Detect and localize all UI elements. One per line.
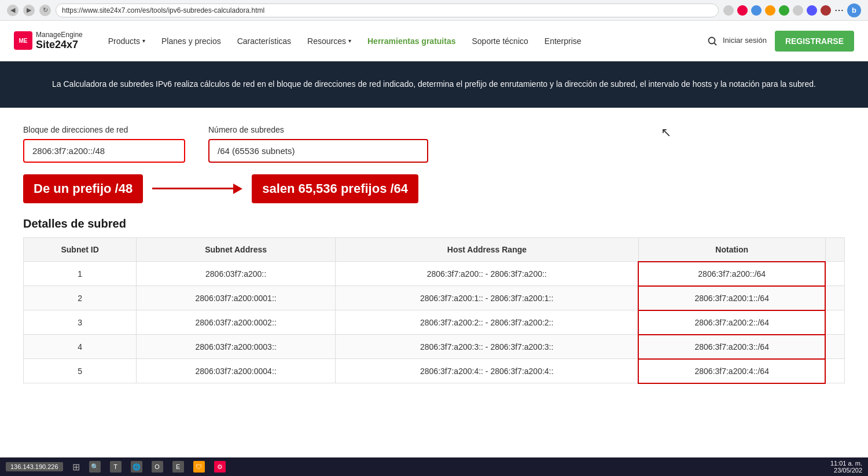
cell-range: 2806:3f7:a200:1:: - 2806:3f7:a200:1:: [335,286,638,310]
cell-notation: 2806:3f7:a200::/64 [638,262,825,286]
ext-icon-1 [723,5,734,16]
table-row: 32806:03f7:a200:0002::2806:3f7:a200:2:: … [24,310,845,335]
cell-notation: 2806:3f7:a200:1::/64 [638,286,825,310]
back-button[interactable]: ◀ [7,5,19,16]
cell-subnet: 2806:03f7:a200:0001:: [137,286,336,310]
cell-notation: 2806:3f7:a200:4::/64 [638,359,825,383]
ext-icon-8 [821,5,831,16]
table-header-row: Subnet ID Subnet Address Host Address Ra… [24,237,845,262]
form-row: Bloque de direcciones de red Número de s… [23,125,845,163]
table-body: 12806:03f7:a200::2806:3f7:a200:: - 2806:… [24,262,845,383]
logo-link[interactable]: ME ManageEngine Site24x7 [14,31,83,52]
col-notation: Notation [638,237,825,262]
table-row: 12806:03f7:a200::2806:3f7:a200:: - 2806:… [24,262,845,286]
ext-icon-7 [807,5,817,16]
ext-icon-6 [793,5,803,16]
scroll-cell [825,359,845,383]
col-subnet-id: Subnet ID [24,237,137,262]
nav-planes[interactable]: Planes y precios [153,21,229,61]
center-annotation-box: salen 65,536 prefijos /64 [252,174,418,203]
logo-text: ManageEngine Site24x7 [36,31,83,52]
products-chevron: ▾ [142,38,145,44]
more-button[interactable]: ⋯ [834,5,844,16]
col-subnet-address: Subnet Address [137,237,336,262]
arrow-line [152,188,233,189]
cell-id: 1 [24,262,137,286]
table-row: 52806:03f7:a200:0004::2806:3f7:a200:4:: … [24,359,845,383]
scroll-cell [825,286,845,310]
subnets-group: Número de subredes [208,125,428,163]
cell-id: 4 [24,335,137,359]
svg-point-0 [709,37,715,43]
network-block-group: Bloque de direcciones de red [23,125,185,163]
cell-range: 2806:3f7:a200:2:: - 2806:3f7:a200:2:: [335,310,638,335]
cell-id: 5 [24,359,137,383]
subnet-table: Subnet ID Subnet Address Host Address Ra… [23,237,845,384]
cell-subnet: 2806:03f7:a200:: [137,262,336,286]
subnets-input[interactable] [208,139,428,163]
arrow-head-icon [233,184,242,194]
logo-icon: ME [14,31,32,50]
page-content: Podemos utilizar cualquiera de esos pref… [0,108,868,419]
cell-notation: 2806:3f7:a200:3::/64 [638,335,825,359]
url-bar[interactable] [56,3,719,17]
ext-icon-5 [779,5,789,16]
cell-range: 2806:3f7:a200:4:: - 2806:3f7:a200:4:: [335,359,638,383]
cell-range: 2806:3f7:a200:3:: - 2806:3f7:a200:3:: [335,335,638,359]
arrow-container [152,184,242,194]
ext-icon-4 [765,5,775,16]
nav-soporte[interactable]: Soporte técnico [464,21,536,61]
nav-herramientas[interactable]: Herramientas gratuitas [359,21,464,61]
table-row: 42806:03f7:a200:0003::2806:3f7:a200:3:: … [24,335,845,359]
scroll-cell [825,310,845,335]
cell-id: 3 [24,310,137,335]
register-button[interactable]: REGISTRARSE [775,31,854,52]
network-block-input[interactable] [23,139,185,163]
ext-icon-3 [751,5,762,16]
browser-extension-icons: ⋯ b [723,3,861,17]
left-annotation-box: De un prefijo /48 [23,174,143,203]
subnets-label: Número de subredes [208,125,428,134]
forward-button[interactable]: ▶ [23,5,35,16]
network-block-label: Bloque de direcciones de red [23,125,185,134]
nav-enterprise[interactable]: Enterprise [536,21,590,61]
hero-banner: La Calculadora de subredes IPv6 realiza … [0,61,868,108]
cell-notation: 2806:3f7:a200:2::/64 [638,310,825,335]
table-row: 22806:03f7:a200:0001::2806:3f7:a200:1:: … [24,286,845,310]
nav-resources[interactable]: Resources ▾ [299,21,359,61]
cell-subnet: 2806:03f7:a200:0004:: [137,359,336,383]
browser-chrome: ◀ ▶ ↻ ⋯ b [0,0,868,21]
search-icon[interactable] [707,35,718,47]
annotation-row: De un prefijo /48 salen 65,536 prefijos … [23,174,845,203]
ext-icon-2 [737,5,748,16]
scroll-cell [825,262,845,286]
nav-caracteristicas[interactable]: Características [229,21,299,61]
main-area: ↖ Bloque de direcciones de red Número de… [0,108,868,419]
scroll-col [825,237,845,262]
cell-id: 2 [24,286,137,310]
cell-subnet: 2806:03f7:a200:0002:: [137,310,336,335]
main-nav: ME ManageEngine Site24x7 Products ▾ Plan… [0,21,868,61]
profile-avatar[interactable]: b [847,3,861,17]
refresh-button[interactable]: ↻ [39,5,51,16]
table-title: Detalles de subred [23,217,845,230]
cell-range: 2806:3f7:a200:: - 2806:3f7:a200:: [335,262,638,286]
svg-line-1 [715,43,717,45]
scroll-cell [825,335,845,359]
nav-iniciar-sesion[interactable]: Iniciar sesión [723,36,767,46]
resources-chevron: ▾ [348,38,351,44]
col-host-range: Host Address Range [335,237,638,262]
nav-products[interactable]: Products ▾ [100,21,153,61]
cell-subnet: 2806:03f7:a200:0003:: [137,335,336,359]
